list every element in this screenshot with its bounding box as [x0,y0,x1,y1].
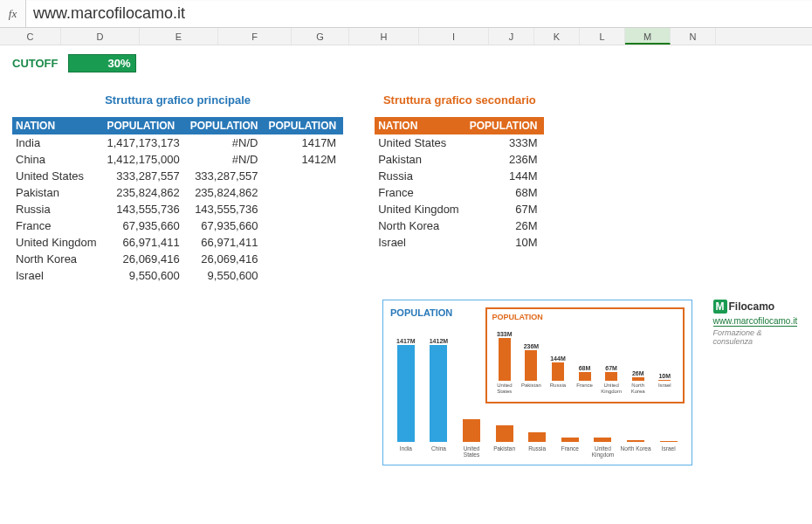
main-table-section: Struttura grafico principale NATIONPOPUL… [12,93,343,284]
table-cell[interactable] [265,267,343,284]
table-row[interactable]: France67,935,66067,935,660 [12,217,343,234]
chart-xlabel: Russia [521,445,553,458]
table-row[interactable]: Russia144M [375,168,544,184]
table-cell[interactable]: 26,069,416 [187,251,265,267]
secondary-table-title: Struttura grafico secondario [375,93,544,107]
table-cell[interactable]: United Kingdom [12,234,104,251]
table-cell[interactable]: 1412M [265,151,343,168]
table-cell[interactable]: 66,971,411 [187,234,265,251]
table-cell[interactable] [265,217,343,234]
col-header-M[interactable]: M [625,28,671,45]
table-row[interactable]: North Korea26,069,41626,069,416 [12,251,343,267]
cutoff-label: CUTOFF [12,57,58,70]
col-header-H[interactable]: H [349,28,419,45]
table-cell[interactable] [265,168,343,184]
table-cell[interactable] [265,251,343,267]
col-header-K[interactable]: K [534,28,580,45]
table-cell[interactable]: North Korea [12,251,104,267]
table-cell[interactable]: 1417M [265,134,343,151]
table-cell[interactable]: 67,935,660 [104,217,187,234]
formula-input[interactable] [26,1,812,27]
table-row[interactable]: Russia143,555,736143,555,736 [12,201,343,217]
table-row[interactable]: France68M [375,184,544,201]
table-cell[interactable]: 67,935,660 [187,217,265,234]
col-header-F[interactable]: F [218,28,292,45]
table-cell[interactable] [265,184,343,201]
table-cell[interactable]: 26,069,416 [104,251,187,267]
cutoff-value-cell[interactable]: 30% [68,54,136,72]
chart-xlabel: United Kingdom [588,445,619,458]
table-cell[interactable]: 143,555,736 [104,201,187,217]
table-cell[interactable]: United Kingdom [375,201,466,217]
table-cell[interactable]: France [375,184,466,201]
table-cell[interactable] [265,234,343,251]
fx-icon[interactable]: fx [0,0,26,28]
logo-url[interactable]: www.marcofilocamo.it [713,316,798,327]
table-row[interactable]: China1,412,175,000#N/D1412M [12,151,343,168]
chart-bar: . [456,412,487,442]
table-cell[interactable]: 333,287,557 [104,168,187,184]
table-cell[interactable]: Russia [12,201,104,217]
table-cell[interactable] [265,201,343,217]
table-cell[interactable]: Israel [12,267,104,284]
chart-container[interactable]: POPULATION 1417M1412M....... IndiaChinaU… [382,300,692,465]
col-header-G[interactable]: G [292,28,349,45]
table-cell[interactable]: France [12,217,104,234]
table-cell[interactable]: Israel [375,234,466,251]
table-cell[interactable]: 26M [466,217,545,234]
sheet-area: CUTOFF 30% Struttura grafico principale … [0,45,812,474]
col-header-J[interactable]: J [489,28,534,45]
col-header-I[interactable]: I [419,28,489,45]
table-cell[interactable]: #N/D [187,151,265,168]
table-row[interactable]: United Kingdom66,971,41166,971,411 [12,234,343,251]
chart-bar: 68M [572,365,597,381]
table-cell[interactable]: #N/D [187,134,265,151]
table-row[interactable]: India1,417,173,173#N/D1417M [12,134,343,151]
table-cell[interactable]: 10M [466,234,545,251]
table-cell[interactable]: 236M [466,151,545,168]
table-cell[interactable]: India [12,134,104,151]
col-header-C[interactable]: C [0,28,61,45]
col-header-D[interactable]: D [61,28,140,45]
table-cell[interactable]: 68M [466,184,545,201]
table-row[interactable]: Pakistan235,824,862235,824,862 [12,184,343,201]
chart-bar: 10M [652,373,678,381]
chart-xlabel: France [572,383,597,394]
table-row[interactable]: North Korea26M [375,217,544,234]
table-cell[interactable]: United States [375,134,466,151]
table-cell[interactable]: 9,550,600 [187,267,265,284]
table-cell[interactable]: 1,412,175,000 [104,151,187,168]
main-table[interactable]: NATIONPOPULATIONPOPULATIONPOPULATION Ind… [12,117,343,284]
main-table-title: Struttura grafico principale [12,93,343,107]
table-cell[interactable]: China [12,151,104,168]
col-header-E[interactable]: E [140,28,218,45]
table-cell[interactable]: Pakistan [12,184,104,201]
table-cell[interactable]: 67M [466,201,545,217]
chart-xlabel: Israel [653,445,685,458]
table-cell[interactable]: North Korea [375,217,466,234]
table-cell[interactable]: 333,287,557 [187,168,265,184]
table-cell[interactable]: 333M [466,134,545,151]
table-cell[interactable]: 235,824,862 [187,184,265,201]
chart-xlabel: India [390,445,422,458]
col-header-N[interactable]: N [671,28,716,45]
table-cell[interactable]: 1,417,173,173 [104,134,187,151]
table-cell[interactable]: 9,550,600 [104,267,187,284]
table-row[interactable]: Israel10M [375,234,544,251]
table-cell[interactable]: Russia [375,168,466,184]
table-row[interactable]: Israel9,550,6009,550,600 [12,267,343,284]
table-header: POPULATION [187,117,265,134]
table-row[interactable]: United Kingdom67M [375,201,544,217]
table-cell[interactable]: 235,824,862 [104,184,187,201]
table-row[interactable]: United States333,287,557333,287,557 [12,168,343,184]
table-row[interactable]: United States333M [375,134,544,151]
table-cell[interactable]: United States [12,168,104,184]
chart-bar: . [620,433,651,442]
table-cell[interactable]: Pakistan [375,151,466,168]
table-cell[interactable]: 66,971,411 [104,234,187,251]
table-cell[interactable]: 143,555,736 [187,201,265,217]
col-header-L[interactable]: L [580,28,625,45]
table-row[interactable]: Pakistan236M [375,151,544,168]
table-cell[interactable]: 144M [466,168,545,184]
secondary-table[interactable]: NATIONPOPULATION United States333MPakist… [375,117,544,251]
